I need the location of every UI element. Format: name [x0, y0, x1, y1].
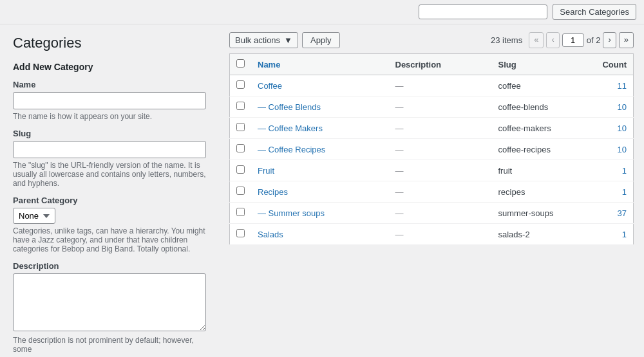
page-wrapper: Search Categories Categories Add New Cat… [0, 0, 644, 357]
row-count-link[interactable]: 37 [618, 208, 627, 218]
row-checkbox-cell [230, 203, 252, 224]
row-checkbox[interactable] [236, 102, 245, 110]
table-header-row: Name Description Slug Count [230, 54, 634, 75]
row-checkbox[interactable] [236, 144, 245, 152]
row-name-link[interactable]: — Coffee Recipes [258, 145, 325, 154]
header-name: Name [251, 54, 389, 75]
next-page-button[interactable]: › [603, 32, 616, 48]
row-name-cell: — Coffee Recipes [251, 139, 389, 160]
row-description-cell: — [389, 224, 492, 245]
search-categories-input[interactable] [419, 5, 547, 19]
row-count-cell: 1 [595, 160, 634, 181]
row-description-cell: — [389, 96, 492, 118]
add-new-title: Add New Category [13, 62, 206, 72]
row-count-cell: 10 [595, 139, 634, 160]
row-name-link[interactable]: Recipes [258, 187, 288, 197]
header-description: Description [389, 54, 492, 75]
table-row: — Coffee Makers—coffee-makers10 [230, 118, 634, 139]
categories-table: Name Description Slug Count Coffee—coffe… [229, 53, 634, 245]
row-name-cell: Fruit [251, 160, 389, 181]
row-count-link[interactable]: 11 [618, 81, 627, 91]
row-count-link[interactable]: 1 [622, 166, 627, 176]
row-description-cell: — [389, 139, 492, 160]
table-row: — Coffee Blends—coffee-blends10 [230, 96, 634, 118]
row-name-link[interactable]: — Coffee Blends [258, 102, 321, 112]
row-name-cell: Coffee [251, 75, 389, 96]
row-slug-cell: recipes [492, 181, 595, 203]
search-categories-button[interactable]: Search Categories [553, 4, 636, 20]
row-description-cell: — [389, 181, 492, 203]
table-row: Fruit—fruit1 [230, 160, 634, 181]
row-description-cell: — [389, 160, 492, 181]
table-row: Coffee—coffee11 [230, 75, 634, 96]
toolbar-left: Bulk actions ▼ Apply [229, 32, 340, 48]
row-slug-cell: coffee [492, 75, 595, 96]
row-count-link[interactable]: 10 [618, 145, 627, 154]
table-toolbar: Bulk actions ▼ Apply 23 items « ‹ of 2 ›… [229, 32, 634, 48]
items-count: 23 items [491, 35, 522, 45]
pagination: 23 items « ‹ of 2 › » [491, 32, 634, 48]
row-checkbox[interactable] [236, 165, 245, 174]
row-slug-cell: coffee-makers [492, 118, 595, 139]
row-count-cell: 1 [595, 181, 634, 203]
row-checkbox[interactable] [236, 208, 245, 216]
description-hint: The description is not prominent by defa… [13, 336, 206, 354]
slug-hint: The "slug" is the URL-friendly version o… [13, 161, 206, 188]
row-name-cell: — Coffee Makers [251, 118, 389, 139]
name-field-group: Name The name is how it appears on your … [13, 80, 206, 121]
name-hint: The name is how it appears on your site. [13, 112, 206, 121]
parent-category-select[interactable]: None [13, 208, 55, 224]
row-count-cell: 10 [595, 96, 634, 118]
row-count-link[interactable]: 10 [618, 124, 627, 133]
page-number-input[interactable] [562, 33, 584, 47]
row-count-link[interactable]: 1 [622, 187, 627, 197]
table-row: Recipes—recipes1 [230, 181, 634, 203]
row-name-link[interactable]: Coffee [258, 81, 282, 91]
apply-button[interactable]: Apply [302, 32, 340, 48]
row-slug-cell: coffee-blends [492, 96, 595, 118]
right-panel: Bulk actions ▼ Apply 23 items « ‹ of 2 ›… [219, 24, 644, 357]
row-name-cell: — Coffee Blends [251, 96, 389, 118]
row-name-link[interactable]: — Coffee Makers [258, 124, 323, 133]
row-name-link[interactable]: — Summer soups [258, 208, 325, 218]
select-all-checkbox[interactable] [236, 59, 245, 68]
description-label: Description [13, 261, 206, 271]
header-count: Count [595, 54, 634, 75]
bulk-actions-label: Bulk actions [235, 35, 280, 45]
row-name-cell: Salads [251, 224, 389, 245]
slug-input[interactable] [13, 141, 206, 158]
row-checkbox-cell [230, 75, 252, 96]
name-input[interactable] [13, 92, 206, 109]
parent-category-group: Parent Category None Categories, unlike … [13, 196, 206, 253]
row-count-cell: 1 [595, 224, 634, 245]
row-checkbox[interactable] [236, 80, 245, 89]
row-name-link[interactable]: Fruit [258, 166, 274, 176]
row-checkbox[interactable] [236, 123, 245, 131]
row-count-link[interactable]: 10 [618, 102, 627, 112]
row-count-link[interactable]: 1 [622, 230, 627, 239]
row-slug-cell: salads-2 [492, 224, 595, 245]
row-name-link[interactable]: Salads [258, 230, 283, 239]
row-checkbox[interactable] [236, 187, 245, 195]
left-panel: Categories Add New Category Name The nam… [0, 24, 219, 357]
of-pages-label: of 2 [587, 35, 601, 45]
bulk-actions-dropdown[interactable]: Bulk actions ▼ [229, 32, 298, 48]
row-checkbox-cell [230, 160, 252, 181]
table-row: — Coffee Recipes—coffee-recipes10 [230, 139, 634, 160]
header-checkbox-col [230, 54, 252, 75]
row-name-cell: Recipes [251, 181, 389, 203]
description-textarea[interactable] [13, 273, 206, 331]
row-description-cell: — [389, 118, 492, 139]
table-body: Coffee—coffee11— Coffee Blends—coffee-bl… [230, 75, 634, 245]
top-bar: Search Categories [0, 0, 644, 24]
header-slug: Slug [492, 54, 595, 75]
row-count-cell: 11 [595, 75, 634, 96]
slug-field-group: Slug The "slug" is the URL-friendly vers… [13, 129, 206, 188]
row-checkbox-cell [230, 224, 252, 245]
last-page-button[interactable]: » [619, 32, 634, 48]
first-page-button[interactable]: « [529, 32, 544, 48]
row-checkbox-cell [230, 96, 252, 118]
parent-label: Parent Category [13, 196, 206, 205]
row-checkbox[interactable] [236, 229, 245, 237]
prev-page-button[interactable]: ‹ [546, 32, 559, 48]
